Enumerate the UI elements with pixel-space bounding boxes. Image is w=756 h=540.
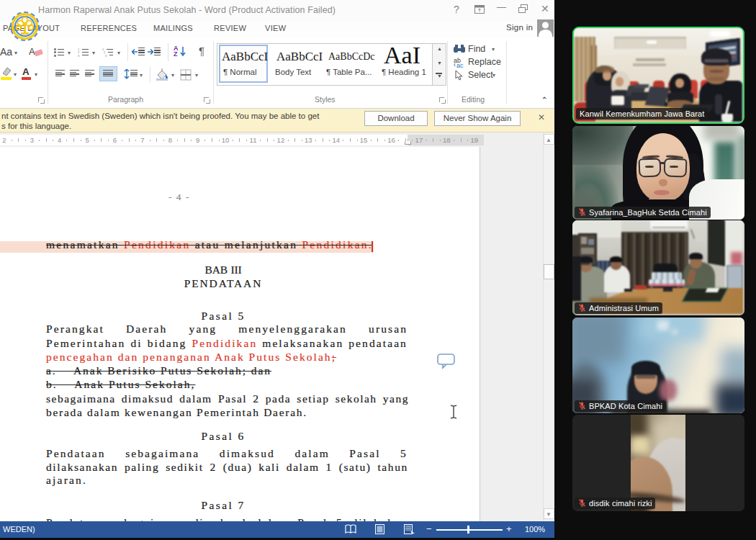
svg-text:ac: ac <box>456 62 464 68</box>
svg-text:A: A <box>29 46 35 57</box>
